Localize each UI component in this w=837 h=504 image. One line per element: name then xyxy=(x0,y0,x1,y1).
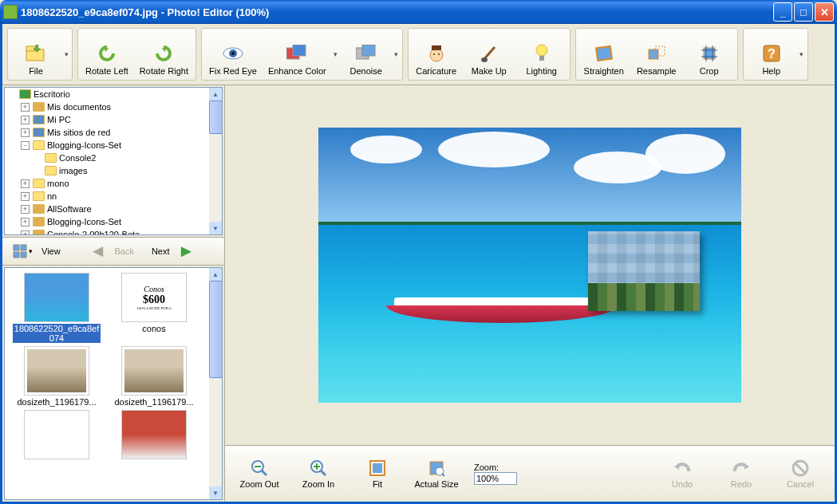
scroll-down-icon[interactable]: ▼ xyxy=(209,486,222,499)
help-icon: ? xyxy=(760,42,783,65)
expand-icon[interactable]: + xyxy=(21,179,30,188)
minimize-button[interactable]: _ xyxy=(773,2,792,22)
tree-item[interactable]: +Blogging-Icons-Set xyxy=(5,215,222,228)
expand-icon[interactable]: - xyxy=(21,141,30,150)
tree-item[interactable]: +Mis sitios de red xyxy=(5,126,222,139)
tree-scrollbar[interactable]: ▲ ▼ xyxy=(209,88,222,234)
svg-rect-24 xyxy=(14,252,19,258)
actual-size-button[interactable]: Actual Size xyxy=(409,451,464,497)
tree-item[interactable]: Console2 xyxy=(5,152,222,164)
tree-item[interactable]: +mono xyxy=(5,177,222,190)
resample-button[interactable]: Resample xyxy=(630,30,683,78)
tree-item[interactable]: +Mi PC xyxy=(5,113,222,126)
folder-tree[interactable]: Escritorio+Mis documentos+Mi PC+Mis siti… xyxy=(4,87,223,235)
tree-label: AllSoftware xyxy=(47,204,92,214)
thumbnail-image xyxy=(121,410,187,459)
actual-size-icon xyxy=(427,459,446,478)
tree-item[interactable]: Escritorio xyxy=(5,88,222,100)
expand-icon[interactable]: + xyxy=(21,192,30,201)
left-panel: Escritorio+Mis documentos+Mi PC+Mis siti… xyxy=(2,85,225,502)
scroll-thumb[interactable] xyxy=(209,281,223,378)
next-arrow-icon[interactable]: ► xyxy=(175,241,199,262)
thumbnail-item[interactable]: Conos$600100% LECHE PURAconos xyxy=(107,273,201,343)
bulb-icon xyxy=(531,42,553,65)
close-button[interactable]: ✕ xyxy=(815,2,834,22)
svg-line-37 xyxy=(442,474,444,476)
tree-item[interactable]: +AllSoftware xyxy=(5,203,222,215)
expand-icon[interactable]: + xyxy=(21,218,30,226)
rotate-right-icon xyxy=(152,42,175,65)
folder-icon xyxy=(44,152,57,164)
rotate-right-button[interactable]: Rotate Right xyxy=(134,30,194,78)
zoom-overlay xyxy=(588,231,700,311)
zoom-out-button[interactable]: Zoom Out xyxy=(231,451,287,497)
fit-button[interactable]: Fit xyxy=(349,451,405,497)
svg-rect-19 xyxy=(704,48,715,59)
svg-rect-10 xyxy=(432,45,441,50)
tree-item[interactable]: +nn xyxy=(5,190,222,203)
lighting-button[interactable]: Lighting xyxy=(515,30,568,78)
tree-label: Mis documentos xyxy=(47,102,111,112)
file-dropdown[interactable]: ▾ xyxy=(62,30,70,78)
scroll-thumb[interactable] xyxy=(209,100,223,134)
thumbnail-image xyxy=(24,346,89,396)
thumbnail-item[interactable]: 1808622520_e9ca8ef074 xyxy=(10,273,104,343)
expand-icon[interactable]: + xyxy=(21,205,30,214)
caricature-button[interactable]: Caricature xyxy=(410,30,463,78)
expand-icon[interactable]: + xyxy=(21,230,30,236)
help-dropdown[interactable]: ▾ xyxy=(798,30,806,78)
tree-item[interactable]: +Console-2.00b120-Beta xyxy=(5,228,222,235)
zoom-out-icon xyxy=(250,459,269,478)
tree-label: Blogging-Icons-Set xyxy=(47,140,121,150)
rotate-left-button[interactable]: Rotate Left xyxy=(80,30,134,78)
undo-button[interactable]: Undo xyxy=(654,451,710,497)
svg-point-4 xyxy=(231,52,235,55)
expand-icon[interactable]: + xyxy=(21,116,30,124)
straighten-button[interactable]: Straighten xyxy=(578,30,630,78)
back-arrow-icon[interactable]: ◄ xyxy=(86,241,110,262)
thumbnail-pane[interactable]: 1808622520_e9ca8ef074Conos$600100% LECHE… xyxy=(4,267,223,500)
window-title: 1808622520_e9ca8ef074.jpg - Photo! Edito… xyxy=(21,6,773,18)
tree-item[interactable]: images xyxy=(5,164,222,177)
titlebar: 1808622520_e9ca8ef074.jpg - Photo! Edito… xyxy=(0,0,837,24)
thumbnail-image: Conos$600100% LECHE PURA xyxy=(121,273,187,322)
enhance-color-button[interactable]: Enhance Color xyxy=(263,30,332,78)
svg-line-27 xyxy=(262,471,266,475)
expand-icon[interactable]: + xyxy=(21,128,30,137)
tree-label: Mi PC xyxy=(47,115,71,124)
cancel-button[interactable]: Cancel xyxy=(772,451,828,497)
zoom-label: Zoom: xyxy=(474,463,517,472)
thumbnail-item[interactable] xyxy=(107,410,201,461)
scroll-up-icon[interactable]: ▲ xyxy=(209,268,222,281)
thumbnail-label: conos xyxy=(110,324,198,333)
scroll-up-icon[interactable]: ▲ xyxy=(209,88,222,100)
thumb-scrollbar[interactable]: ▲ ▼ xyxy=(209,268,222,499)
maximize-button[interactable]: □ xyxy=(794,2,813,22)
enhance-dropdown[interactable]: ▾ xyxy=(332,30,340,78)
scroll-down-icon[interactable]: ▼ xyxy=(209,222,222,234)
help-button[interactable]: ? Help xyxy=(745,30,798,78)
image-canvas[interactable] xyxy=(225,85,835,445)
folder-icon xyxy=(32,139,45,152)
tree-item[interactable]: -Blogging-Icons-Set xyxy=(5,139,222,152)
redo-button[interactable]: Redo xyxy=(713,451,769,497)
denoise-button[interactable]: Denoise xyxy=(340,30,393,78)
fix-red-eye-button[interactable]: Fix Red Eye xyxy=(203,30,263,78)
tree-item[interactable]: +Mis documentos xyxy=(5,100,222,113)
zoom-in-button[interactable]: Zoom In xyxy=(290,451,346,497)
crop-button[interactable]: Crop xyxy=(683,30,736,78)
makeup-button[interactable]: Make Up xyxy=(463,30,515,78)
rotate-left-icon xyxy=(96,42,118,65)
expand-icon[interactable]: + xyxy=(21,103,30,112)
next-label: Next xyxy=(152,246,170,256)
thumbnail-item[interactable]: dosizeth_1196179... xyxy=(107,346,201,407)
file-button[interactable]: File xyxy=(10,30,62,78)
denoise-dropdown[interactable]: ▾ xyxy=(393,30,401,78)
svg-point-9 xyxy=(430,49,443,61)
thumbnail-item[interactable] xyxy=(10,410,104,461)
thumbnail-item[interactable]: dosizeth_1196179... xyxy=(10,346,104,407)
zoom-input[interactable] xyxy=(474,472,517,485)
thumbnail-image xyxy=(24,410,89,459)
tree-label: images xyxy=(59,166,87,175)
view-button[interactable]: ▾ xyxy=(9,242,37,261)
